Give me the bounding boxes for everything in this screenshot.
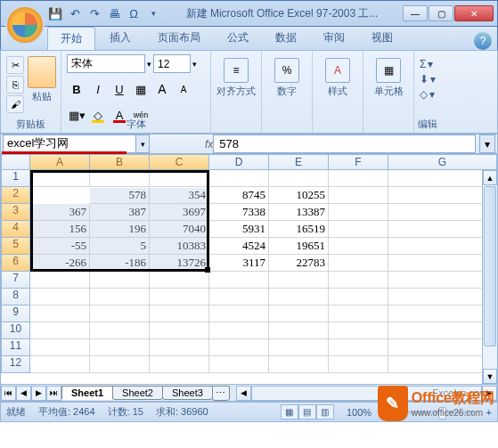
copy-icon[interactable]: ⎘ [6,76,24,94]
page-layout-view-button[interactable]: ▤ [298,404,316,419]
cell-B5[interactable]: 5 [90,238,150,255]
cell-A11[interactable] [30,339,90,356]
clear-button[interactable]: ◇ ▾ [420,88,436,101]
cell-E7[interactable] [269,272,329,289]
row-header-5[interactable]: 5 [1,238,30,255]
tab-formulas[interactable]: 公式 [215,27,261,50]
worksheet-grid[interactable]: A B C D E F G 12578578354874510255336738… [0,154,498,384]
tab-home[interactable]: 开始 [47,27,95,50]
cell-G6[interactable] [388,255,497,272]
cell-F1[interactable] [329,170,388,187]
tab-data[interactable]: 数据 [263,27,309,50]
cell-G2[interactable] [388,187,497,204]
name-box-dropdown-icon[interactable]: ▾ [135,135,149,152]
scroll-right-icon[interactable]: ▶ [482,386,497,401]
cell-F2[interactable] [329,187,388,204]
cells-button[interactable]: ▦ 单元格 [369,54,408,98]
sheet-nav-last-icon[interactable]: ⏭ [46,386,61,401]
formula-bar[interactable]: 578 [213,134,476,153]
cell-D8[interactable] [209,289,269,305]
row-header-8[interactable]: 8 [1,289,30,305]
scroll-thumb[interactable] [484,186,496,346]
row-header-4[interactable]: 4 [1,221,30,238]
cell-E3[interactable]: 13387 [269,204,329,221]
cell-B10[interactable] [90,322,150,339]
cell-C11[interactable] [150,339,209,356]
cell-D6[interactable]: 3117 [209,255,269,272]
cell-A3[interactable]: 367 [30,204,90,221]
cell-E6[interactable]: 22783 [269,255,329,272]
font-name-combo[interactable] [67,54,145,73]
cell-C8[interactable] [150,289,209,305]
cell-F5[interactable] [329,238,388,255]
cell-A12[interactable] [30,356,90,373]
cell-G7[interactable] [388,272,497,289]
cell-D3[interactable]: 7338 [209,204,269,221]
cell-A8[interactable] [30,289,90,305]
page-break-view-button[interactable]: ▥ [316,404,334,419]
tab-view[interactable]: 视图 [359,27,405,50]
cell-F6[interactable] [329,255,388,272]
cell-D5[interactable]: 4524 [209,238,269,255]
col-header-g[interactable]: G [388,154,497,170]
row-header-1[interactable]: 1 [1,170,30,187]
scroll-track[interactable] [251,386,482,401]
cell-E1[interactable] [269,170,329,187]
cell-E10[interactable] [269,322,329,339]
cell-F9[interactable] [329,305,388,322]
cell-G8[interactable] [388,289,497,305]
cell-B8[interactable] [90,289,150,305]
save-icon[interactable]: 💾 [47,5,63,21]
normal-view-button[interactable]: ▦ [281,404,298,419]
maximize-button[interactable]: ▢ [429,5,453,21]
col-header-b[interactable]: B [90,154,150,170]
cell-C4[interactable]: 7040 [150,221,209,238]
redo-icon[interactable]: ↷ [86,5,102,21]
scroll-up-icon[interactable]: ▲ [483,170,497,185]
cell-B2[interactable]: 578 [90,187,150,204]
cell-C10[interactable] [150,322,209,339]
cell-G1[interactable] [388,170,497,187]
cell-G10[interactable] [388,322,497,339]
cell-F3[interactable] [329,204,388,221]
cell-G4[interactable] [388,221,497,238]
cell-C5[interactable]: 10383 [150,238,209,255]
cell-B12[interactable] [90,356,150,373]
fx-icon[interactable]: fx [205,138,213,151]
zoom-level[interactable]: 100% [347,407,371,418]
italic-button[interactable]: I [88,79,108,99]
tab-insert[interactable]: 插入 [97,27,143,50]
new-sheet-button[interactable]: ⋯ [212,386,230,401]
font-size-dropdown-icon[interactable]: ▾ [192,60,197,69]
cell-D4[interactable]: 5931 [209,221,269,238]
sheet-nav-next-icon[interactable]: ▶ [31,386,46,401]
grow-font-button[interactable]: A [152,79,172,99]
cell-A9[interactable] [30,305,90,322]
zoom-in-button[interactable]: + [486,407,492,418]
cell-E2[interactable]: 10255 [269,187,329,204]
cell-C6[interactable]: 13726 [150,255,209,272]
tab-page-layout[interactable]: 页面布局 [145,27,213,50]
sheet-nav-first-icon[interactable]: ⏮ [1,386,16,401]
cell-B7[interactable] [90,272,150,289]
cell-B3[interactable]: 387 [90,204,150,221]
cell-C3[interactable]: 3697 [150,204,209,221]
close-button[interactable]: ✕ [454,5,494,21]
cell-D2[interactable]: 8745 [209,187,269,204]
row-header-6[interactable]: 6 [1,255,30,272]
cell-G12[interactable] [388,356,497,373]
cell-F10[interactable] [329,322,388,339]
print-icon[interactable]: 🖶 [106,5,122,21]
col-header-a[interactable]: A [30,154,90,170]
cell-D7[interactable] [209,272,269,289]
row-header-9[interactable]: 9 [1,305,30,322]
cell-E8[interactable] [269,289,329,305]
cell-C7[interactable] [150,272,209,289]
sheet-tab-3[interactable]: Sheet3 [162,386,213,400]
help-button[interactable]: ? [474,32,492,50]
name-box[interactable]: excel学习网 ▾ [3,134,150,153]
font-size-combo[interactable] [153,54,191,73]
cell-D1[interactable] [209,170,269,187]
cell-A6[interactable]: -266 [30,255,90,272]
horizontal-scrollbar[interactable]: ◀ ▶ [236,386,497,401]
